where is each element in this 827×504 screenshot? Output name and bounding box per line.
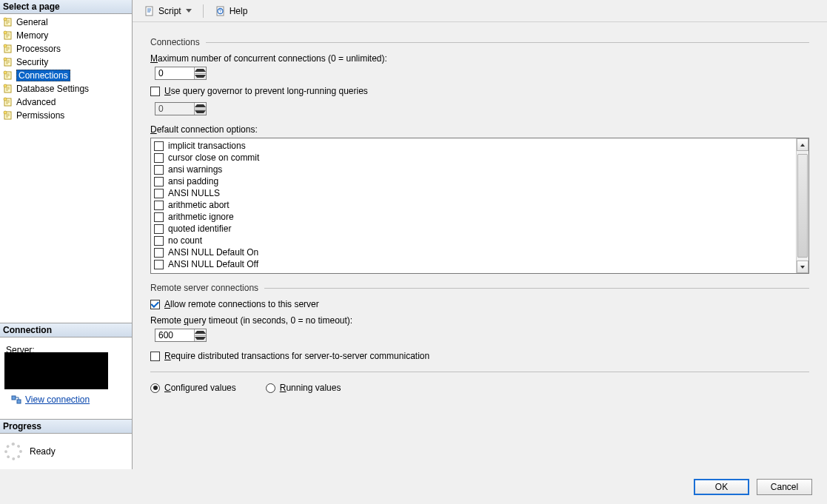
option-label: no count xyxy=(168,235,202,246)
connection-header: Connection xyxy=(0,323,132,337)
option-checkbox[interactable] xyxy=(154,177,164,187)
ok-button[interactable]: OK xyxy=(694,479,749,495)
svg-rect-17 xyxy=(17,400,21,403)
remote-timeout-input[interactable] xyxy=(155,329,194,341)
page-icon xyxy=(3,110,13,121)
remote-timeout-spinner[interactable] xyxy=(155,329,207,342)
option-checkbox[interactable] xyxy=(154,224,164,234)
option-item[interactable]: implicit transactions xyxy=(153,140,794,152)
option-label: arithmetic abort xyxy=(168,200,230,210)
spin-up-button[interactable] xyxy=(195,67,206,73)
script-button[interactable]: Script xyxy=(140,3,195,19)
configured-values-radio[interactable]: Configured values xyxy=(150,383,236,393)
option-item[interactable]: ANSI NULLS xyxy=(153,187,794,199)
connections-group-label: Connections xyxy=(150,37,200,47)
sidebar-item-database-settings[interactable]: Database Settings xyxy=(0,82,132,95)
option-checkbox[interactable] xyxy=(154,260,164,269)
sidebar-item-connections[interactable]: Connections xyxy=(0,69,132,82)
option-checkbox[interactable] xyxy=(154,141,164,151)
svg-point-9 xyxy=(4,71,7,74)
chevron-down-icon xyxy=(186,9,192,13)
option-item[interactable]: no count xyxy=(153,235,794,246)
svg-point-3 xyxy=(4,31,7,34)
sidebar-item-permissions[interactable]: Permissions xyxy=(0,109,132,122)
svg-point-15 xyxy=(4,111,7,114)
page-icon xyxy=(3,17,13,27)
sidebar-item-memory[interactable]: Memory xyxy=(0,29,132,42)
sidebar-header: Select a page xyxy=(0,0,132,14)
svg-point-11 xyxy=(4,84,7,87)
option-checkbox[interactable] xyxy=(154,212,164,222)
page-icon xyxy=(3,84,13,94)
distributed-label: Require distributed transactions for ser… xyxy=(164,351,429,361)
sidebar: Select a page General Memory Processors … xyxy=(0,0,133,469)
governor-checkbox[interactable] xyxy=(150,87,160,96)
sidebar-item-security[interactable]: Security xyxy=(0,56,132,69)
view-connection-link[interactable]: View connection xyxy=(25,394,90,405)
option-label: ansi padding xyxy=(168,176,218,187)
option-item[interactable]: ANSI NULL Default Off xyxy=(153,258,794,270)
option-checkbox[interactable] xyxy=(154,236,164,246)
svg-rect-18 xyxy=(146,7,153,16)
sidebar-item-label: Advanced xyxy=(16,97,56,107)
distributed-checkbox[interactable] xyxy=(150,352,160,361)
max-conn-input[interactable] xyxy=(155,67,194,79)
sidebar-item-processors[interactable]: Processors xyxy=(0,42,132,56)
sidebar-item-label: Permissions xyxy=(16,110,64,121)
sidebar-item-advanced[interactable]: Advanced xyxy=(0,95,132,109)
page-icon xyxy=(3,97,13,107)
spin-down-button[interactable] xyxy=(195,335,206,342)
cancel-button[interactable]: Cancel xyxy=(757,479,812,495)
max-conn-spinner[interactable] xyxy=(155,67,207,80)
governor-value-input xyxy=(155,103,194,115)
allow-remote-label: Allow remote connections to this server xyxy=(164,299,319,309)
svg-point-1 xyxy=(4,18,7,21)
content-area: Script ? Help Connections Maximum number… xyxy=(133,0,827,469)
scroll-down-button[interactable] xyxy=(797,261,808,273)
toolbar: Script ? Help xyxy=(133,0,827,22)
option-item[interactable]: cursor close on commit xyxy=(153,152,794,164)
svg-point-7 xyxy=(4,58,7,61)
remote-timeout-label: Remote query timeout (in seconds, 0 = no… xyxy=(150,315,809,326)
option-item[interactable]: ansi warnings xyxy=(153,164,794,175)
page-icon xyxy=(3,57,13,67)
script-icon xyxy=(144,5,155,17)
option-label: ANSI NULL Default On xyxy=(168,247,258,258)
scrollbar[interactable] xyxy=(796,138,808,273)
svg-point-13 xyxy=(4,98,7,101)
page-list: General Memory Processors Security Conne… xyxy=(0,14,132,124)
option-item[interactable]: ANSI NULL Default On xyxy=(153,246,794,258)
connection-icon xyxy=(10,394,22,406)
sidebar-item-label: Security xyxy=(16,57,48,67)
sidebar-item-label: Memory xyxy=(16,30,48,41)
option-checkbox[interactable] xyxy=(154,165,164,175)
option-item[interactable]: ansi padding xyxy=(153,175,794,187)
page-icon xyxy=(3,70,13,81)
option-checkbox[interactable] xyxy=(154,201,164,210)
sidebar-item-label: General xyxy=(16,17,48,27)
option-checkbox[interactable] xyxy=(154,189,164,198)
svg-point-5 xyxy=(4,44,7,47)
default-options-list[interactable]: implicit transactions cursor close on co… xyxy=(150,138,809,274)
governor-value-spinner xyxy=(155,102,207,115)
option-label: implicit transactions xyxy=(168,141,246,151)
default-options-label: Default connection options: xyxy=(150,124,809,135)
running-values-radio[interactable]: Running values xyxy=(266,383,341,393)
option-item[interactable]: arithmetic ignore xyxy=(153,211,794,223)
option-item[interactable]: quoted identifier xyxy=(153,223,794,235)
progress-spinner-icon xyxy=(4,443,22,460)
max-conn-label: Maximum number of concurrent connections… xyxy=(150,53,809,64)
option-label: ANSI NULL Default Off xyxy=(168,259,258,269)
help-button[interactable]: ? Help xyxy=(211,3,252,19)
remote-group-label: Remote server connections xyxy=(150,283,258,293)
sidebar-item-general[interactable]: General xyxy=(0,16,132,29)
option-checkbox[interactable] xyxy=(154,248,164,258)
separator xyxy=(203,4,204,18)
option-checkbox[interactable] xyxy=(154,153,164,163)
scroll-thumb[interactable] xyxy=(797,154,808,258)
scroll-up-button[interactable] xyxy=(797,138,808,151)
spin-up-button[interactable] xyxy=(195,329,206,335)
option-item[interactable]: arithmetic abort xyxy=(153,199,794,211)
spin-down-button[interactable] xyxy=(195,73,206,80)
allow-remote-checkbox[interactable] xyxy=(150,300,160,309)
